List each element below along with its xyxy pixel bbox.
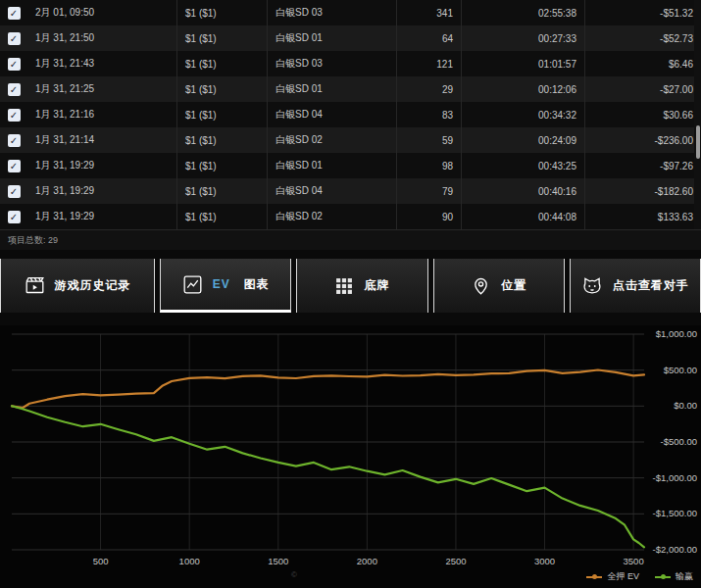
svg-text:$1,000.00: $1,000.00 [656, 328, 697, 339]
svg-text:-$500.00: -$500.00 [660, 436, 697, 447]
svg-text:$0.00: $0.00 [674, 400, 697, 411]
session-table-name: 白银SD 03 [267, 0, 396, 25]
session-date: 1月 31, 19:29 [27, 178, 176, 204]
table-row[interactable]: ✓1月 31, 19:29$1 ($1)白银SD 047900:40:16-$1… [0, 178, 701, 204]
session-profit: -$27.00 [584, 76, 701, 102]
session-date: 1月 31, 21:16 [27, 102, 176, 127]
session-hands: 121 [396, 51, 461, 76]
session-duration: 00:27:33 [461, 25, 584, 51]
legend-marker [655, 576, 671, 578]
clapperboard-icon [25, 275, 45, 296]
checkbox-cell: ✓ [0, 76, 27, 102]
svg-text:-$2,000.00: -$2,000.00 [653, 544, 697, 555]
session-stakes: $1 ($1) [176, 25, 267, 51]
svg-text:3000: 3000 [534, 556, 555, 566]
session-duration: 02:55:38 [461, 0, 584, 25]
svg-text:-$1,500.00: -$1,500.00 [653, 508, 697, 518]
session-hands: 59 [396, 127, 461, 153]
session-date: 2月 01, 09:50 [27, 0, 176, 25]
tab-位置[interactable]: 位置 [433, 259, 565, 313]
svg-text:2000: 2000 [357, 556, 377, 566]
session-table-name: 白银SD 01 [267, 25, 396, 51]
table-row[interactable]: ✓1月 31, 21:25$1 ($1)白银SD 012900:12:06-$2… [0, 76, 701, 102]
row-checkbox[interactable]: ✓ [8, 109, 21, 122]
session-hands: 83 [396, 102, 461, 127]
checkbox-cell: ✓ [0, 102, 27, 127]
session-hands: 341 [396, 0, 461, 25]
table-row[interactable]: ✓1月 31, 19:29$1 ($1)白银SD 019800:43:25-$9… [0, 153, 701, 178]
session-duration: 00:12:06 [461, 76, 584, 102]
svg-text:3500: 3500 [624, 556, 644, 566]
total-items-label: 项目总数: 29 [8, 234, 58, 247]
session-duration: 00:40:16 [461, 178, 584, 204]
ev-chart-panel: 500100015002000250030003500$1,000.00$500… [0, 325, 701, 588]
tab-底牌[interactable]: 底牌 [296, 259, 427, 313]
row-checkbox[interactable]: ✓ [8, 134, 21, 147]
tab-点击查看对手[interactable]: 点击查看对手 [570, 259, 701, 313]
legend-item[interactable]: 全押 EV [586, 570, 639, 583]
session-table-name: 白银SD 03 [267, 51, 396, 76]
scrollbar-thumb[interactable] [696, 125, 700, 159]
session-stakes: $1 ($1) [176, 127, 267, 153]
row-checkbox[interactable]: ✓ [8, 7, 21, 20]
row-checkbox[interactable]: ✓ [8, 211, 21, 223]
row-checkbox[interactable]: ✓ [8, 185, 21, 198]
session-date: 1月 31, 19:29 [27, 153, 176, 178]
session-profit: $6.46 [584, 51, 701, 76]
session-hands: 79 [396, 178, 461, 204]
tab-bar: 游戏历史记录EV图表底牌位置点击查看对手 [0, 259, 701, 313]
session-hands: 29 [396, 76, 461, 102]
session-table-name: 白银SD 04 [267, 178, 396, 204]
row-checkbox[interactable]: ✓ [8, 83, 21, 96]
legend-marker [586, 576, 602, 578]
legend-label: 全押 EV [607, 570, 639, 583]
tab-label: 底牌 [364, 277, 389, 294]
legend-item[interactable]: 输赢 [655, 570, 693, 583]
table-row[interactable]: ✓1月 31, 21:16$1 ($1)白银SD 048300:34:32$30… [0, 102, 701, 127]
svg-text:500: 500 [93, 556, 109, 566]
checkbox-cell: ✓ [0, 25, 27, 51]
table-row[interactable]: ✓2月 01, 09:50$1 ($1)白银SD 0334102:55:38-$… [0, 0, 701, 25]
table-body: ✓2月 01, 09:50$1 ($1)白银SD 0334102:55:38-$… [0, 0, 701, 229]
table-row[interactable]: ✓1月 31, 21:50$1 ($1)白银SD 016400:27:33-$5… [0, 25, 701, 51]
row-checkbox[interactable]: ✓ [8, 32, 21, 45]
svg-text:1500: 1500 [268, 556, 288, 566]
session-hands: 98 [396, 153, 461, 178]
table-row[interactable]: ✓1月 31, 19:29$1 ($1)白银SD 029000:44:08$13… [0, 204, 701, 229]
session-date: 1月 31, 21:50 [27, 25, 176, 51]
session-stakes: $1 ($1) [176, 76, 267, 102]
session-stakes: $1 ($1) [176, 204, 267, 229]
session-profit: -$52.73 [584, 25, 701, 51]
session-profit: $30.66 [584, 102, 701, 127]
legend-label: 输赢 [676, 570, 693, 583]
tab-label: 游戏历史记录 [55, 277, 131, 294]
checkbox-cell: ✓ [0, 178, 27, 204]
table-scrollbar[interactable] [694, 0, 701, 229]
session-table-name: 白银SD 02 [267, 204, 396, 229]
session-table-name: 白银SD 01 [267, 153, 396, 178]
tab-label: 点击查看对手 [613, 277, 689, 294]
table-footer: 项目总数: 29 [0, 229, 701, 250]
table-row[interactable]: ✓1月 31, 21:14$1 ($1)白银SD 025900:24:09-$2… [0, 127, 701, 153]
tab-ev-图表[interactable]: EV图表 [160, 259, 291, 313]
poker-session-review-window: ✓2月 01, 09:50$1 ($1)白银SD 0334102:55:38-$… [0, 0, 701, 588]
checkbox-cell: ✓ [0, 0, 27, 25]
chart-legend: 全押 EV输赢 [586, 570, 693, 583]
row-checkbox[interactable]: ✓ [8, 160, 21, 172]
chart-icon [182, 274, 203, 295]
table-row[interactable]: ✓1月 31, 21:43$1 ($1)白银SD 0312101:01:57$6… [0, 51, 701, 76]
session-date: 1月 31, 21:14 [27, 127, 176, 153]
grid-icon [334, 276, 354, 296]
session-table-name: 白银SD 04 [267, 102, 396, 127]
session-stakes: $1 ($1) [176, 178, 267, 204]
session-stakes: $1 ($1) [176, 102, 267, 127]
checkbox-cell: ✓ [0, 51, 27, 76]
session-profit: -$236.00 [584, 127, 701, 153]
tab-label-accent: EV [213, 277, 230, 291]
svg-text:-$1,000.00: -$1,000.00 [653, 472, 697, 483]
location-icon [471, 275, 491, 296]
session-stakes: $1 ($1) [176, 153, 267, 178]
row-checkbox[interactable]: ✓ [8, 58, 21, 71]
session-date: 1月 31, 19:29 [27, 204, 176, 229]
tab-游戏历史记录[interactable]: 游戏历史记录 [0, 259, 155, 313]
